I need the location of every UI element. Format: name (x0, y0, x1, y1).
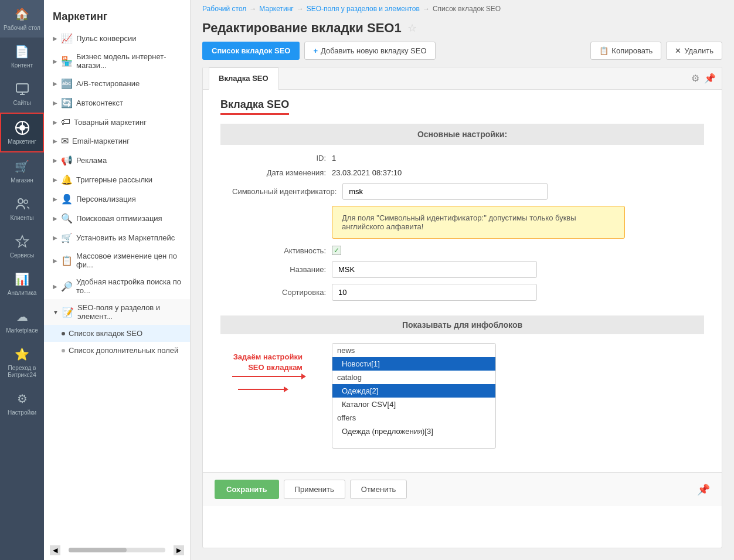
horizontal-scrollbar[interactable] (69, 548, 165, 552)
menu-item-reklama[interactable]: ▶ 📢 Реклама (44, 151, 190, 170)
scroll-right-button[interactable]: ▶ (174, 545, 184, 555)
sidebar-item-label: Рабочий стол (4, 25, 40, 32)
form-area: Вкладка SEO Основные настройки: ID: 1 Да… (203, 90, 722, 548)
arrow-icon: ▶ (53, 157, 57, 164)
search-opt-icon: 🔍 (61, 213, 73, 224)
list-seo-tabs-button[interactable]: Список вкладок SEO (202, 42, 300, 60)
menu-item-email[interactable]: ▶ ✉ Email-маркетинг (44, 131, 190, 151)
search2-icon: 🔎 (61, 281, 73, 292)
sidebar-item-rabochiy-stol[interactable]: 🏠 Рабочий стол (0, 0, 44, 38)
svg-point-10 (24, 200, 28, 203)
field-date-label: Дата изменения: (232, 168, 326, 177)
sidebar-item-clients[interactable]: Клиенты (0, 190, 44, 228)
option-novosti[interactable]: Новости[1] (332, 357, 495, 371)
delete-button[interactable]: ✕ Удалить (666, 42, 722, 60)
seo-icon: 📝 (62, 307, 74, 318)
sidebar-item-label: Маркетинг (8, 138, 36, 145)
sidebar-item-analytics[interactable]: 📊 Аналитика (0, 265, 44, 303)
field-sort-input[interactable] (332, 284, 537, 301)
sidebar-item-marketing[interactable]: Маркетинг (0, 113, 44, 152)
reklama-icon: 📢 (61, 155, 73, 166)
form-row-active: Активность: (232, 246, 692, 255)
arrow-icon: ▶ (53, 35, 57, 42)
form-row-infoblocks: news Новости[1] catalog Одежда[2] Катало… (326, 343, 692, 449)
sidebar: 🏠 Рабочий стол 📄 Контент Сайты Маркетинг… (0, 0, 44, 560)
breadcrumb-link-marketing[interactable]: Маркетинг (259, 5, 293, 13)
mass-icon: 📋 (61, 255, 73, 266)
sidebar-item-label: Сервисы (10, 252, 34, 259)
sidebar-item-settings[interactable]: ⚙ Настройки (0, 385, 44, 422)
scroll-thumb (69, 548, 127, 552)
option-katalog-csv[interactable]: Каталог CSV[4] (332, 398, 495, 411)
breadcrumb-sep: → (423, 5, 430, 13)
copy-button[interactable]: 📋 Копировать (590, 42, 661, 60)
cancel-button[interactable]: Отменить (350, 480, 407, 499)
menu-item-poiskovaya[interactable]: ▶ 🔍 Поисковая оптимизация (44, 209, 190, 228)
menu-item-personalizaciya[interactable]: ▶ 👤 Персонализация (44, 189, 190, 209)
pin-icon[interactable]: 📌 (704, 73, 716, 84)
arrow-icon: ▶ (53, 80, 57, 87)
settings-gear-icon[interactable]: ⚙ (691, 73, 699, 84)
pin-bottom-icon[interactable]: 📌 (697, 483, 710, 496)
biznes-icon: 🏪 (61, 56, 73, 67)
field-active-label: Активность: (232, 246, 326, 255)
field-date-value: 23.03.2021 08:37:10 (332, 168, 402, 177)
menu-item-spisok-vkladok[interactable]: Список вкладок SEO (44, 325, 190, 342)
field-id-value: 1 (332, 154, 336, 162)
save-button[interactable]: Сохранить (215, 480, 279, 499)
field-name-input[interactable] (332, 261, 537, 278)
form-inner: Вкладка SEO Основные настройки: ID: 1 Да… (203, 90, 722, 472)
sidebar-item-label: Клиенты (10, 215, 33, 222)
field-id-label: ID: (232, 154, 326, 162)
menu-item-avtokontekst[interactable]: ▶ 🔄 Автоконтекст (44, 93, 190, 113)
breadcrumb-link-desktop[interactable]: Рабочий стол (202, 5, 246, 13)
menu-item-massovoe[interactable]: ▶ 📋 Массовое изменение цен по фи... (44, 247, 190, 273)
copy-icon: 📋 (599, 46, 609, 55)
menu-item-seo-polya[interactable]: ▼ 📝 SEO-поля у разделов и элемент... (44, 299, 190, 325)
warning-text: Для поля "Символьный идентификатор:" доп… (342, 213, 576, 231)
svg-marker-11 (16, 236, 28, 247)
sidebar-item-label: Настройки (8, 409, 36, 416)
menu-item-spisok-dop[interactable]: Список дополнительных полей (44, 342, 190, 359)
form-row-sort: Сортировка: (232, 284, 692, 301)
field-symbol-input[interactable] (342, 183, 548, 200)
sidebar-item-goto-bitrix24[interactable]: ⭐ Переход в Битрикс24 (0, 340, 44, 385)
field-active-checkbox[interactable] (332, 246, 341, 255)
menu-item-puls-konversii[interactable]: ▶ 📈 Пульс конверсии (44, 29, 190, 48)
arrow-icon: ▶ (53, 100, 57, 106)
favorite-star-icon[interactable]: ☆ (407, 22, 417, 35)
menu-item-udobnaya[interactable]: ▶ 🔎 Удобная настройка поиска по то... (44, 273, 190, 299)
scroll-left-button[interactable]: ◀ (50, 545, 60, 555)
content-icon: 📄 (14, 43, 30, 60)
sidebar-item-marketplace[interactable]: ☁ Marketplace (0, 303, 44, 340)
sidebar-item-label: Переход в Битрикс24 (2, 365, 42, 379)
section-infoblocks: Показывать для инфоблоков (220, 315, 704, 334)
menu-item-tovarny[interactable]: ▶ 🏷 Товарный маркетинг (44, 113, 190, 131)
arrow-icon: ▶ (53, 177, 57, 183)
sidebar-item-content[interactable]: 📄 Контент (0, 38, 44, 75)
menu-item-biznes-model[interactable]: ▶ 🏪 Бизнес модель интернет-магази... (44, 48, 190, 74)
tab-seo-vkladka[interactable]: Вкладка SEO (209, 67, 278, 90)
option-odezhda-predlozheniya[interactable]: Одежда (предложения)[3] (332, 425, 495, 438)
bullet-icon (62, 349, 65, 352)
tab-bar: Вкладка SEO ⚙ 📌 (203, 67, 722, 90)
form-tab-title: Вкладка SEO (220, 99, 289, 115)
field-sort-label: Сортировка: (232, 288, 326, 297)
sidebar-item-sites[interactable]: Сайты (0, 75, 44, 113)
option-odezhda[interactable]: Одежда[2] (332, 384, 495, 398)
infoblock-select-list[interactable]: news Новости[1] catalog Одежда[2] Катало… (332, 343, 496, 449)
arrow-icon: ▶ (53, 235, 57, 241)
sidebar-item-shop[interactable]: 🛒 Магазин (0, 152, 44, 190)
add-new-seo-tab-button[interactable]: + Добавить новую вкладку SEO (304, 42, 435, 60)
chart-icon: 📈 (61, 33, 73, 44)
apply-button[interactable]: Применить (284, 480, 345, 499)
sidebar-item-services[interactable]: Сервисы (0, 228, 44, 265)
annotation-text: Задаём настройкиSEO вкладкам (232, 352, 303, 373)
analytics-icon: 📊 (14, 271, 30, 287)
marketplace-icon: ☁ (14, 308, 30, 325)
menu-item-triggernye[interactable]: ▶ 🔔 Триггерные рассылки (44, 170, 190, 189)
menu-item-ab-testing[interactable]: ▶ 🔤 А/В-тестирование (44, 74, 190, 93)
breadcrumb-link-seo-polya[interactable]: SEO-поля у разделов и элементов (307, 5, 420, 13)
email-icon: ✉ (61, 135, 69, 147)
menu-item-ustanovit[interactable]: ▶ 🛒 Установить из Маркетплейс (44, 228, 190, 247)
